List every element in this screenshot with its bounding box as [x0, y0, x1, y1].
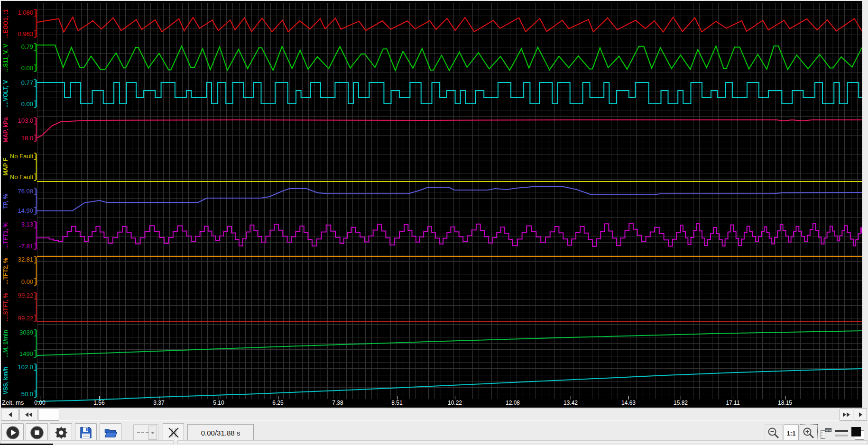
label-bracket-volt [34, 80, 36, 86]
label-bracket-vss [34, 364, 36, 371]
zoom-out-button[interactable] [765, 424, 783, 442]
x-tick-label: 5.10 [203, 400, 234, 406]
open-file-button[interactable] [100, 423, 121, 442]
background-color-button[interactable] [850, 424, 865, 442]
x-tick-label: 8.51 [382, 400, 412, 406]
x-tick-label: 3.37 [144, 400, 174, 406]
scrollbar-thumb[interactable] [38, 409, 59, 421]
settings-button[interactable] [50, 423, 72, 442]
label-bracket-stft [34, 315, 36, 322]
stop-icon [30, 426, 44, 440]
label-bracket-rpm [34, 329, 36, 336]
ch-map-name-text: MAP, kPa [2, 117, 9, 142]
trace-tp [37, 187, 862, 211]
label-bracket-tp [34, 188, 36, 195]
label-bracket-tp [34, 208, 36, 214]
zoom-ratio-button[interactable]: 1:1 [784, 424, 799, 442]
zoom-in-button[interactable] [800, 424, 818, 442]
scrollbar-track[interactable] [1, 409, 839, 421]
x-tick-label: 14.63 [613, 400, 644, 406]
x-tick-label: 10.22 [440, 400, 470, 406]
stop-button[interactable] [26, 423, 48, 442]
ch-vss-name-text: VSS, km/h [2, 367, 9, 395]
playback-time-display: 0.00/31.88 s [187, 424, 254, 441]
scroll-fast-left-button[interactable] [19, 409, 37, 421]
label-bracket-map [34, 118, 36, 124]
ch-tft1-name: ...TFT1, % [2, 222, 9, 249]
dropdown-arrow-icon[interactable] [148, 426, 157, 440]
label-bracket-rpm [34, 351, 36, 357]
label-bracket-mapf [34, 174, 36, 181]
label-bracket-ego1 [34, 9, 36, 16]
trace-volt [37, 82, 862, 104]
measure-button[interactable] [819, 424, 833, 442]
scroll-left-icon [9, 412, 12, 417]
ch-rpm-name-text: ...M, 1/min [2, 330, 9, 357]
chart-canvas [1, 1, 862, 408]
ch-ego1-name-text: ...EGO1, :1 [2, 9, 9, 38]
label-bracket-s11v [34, 65, 36, 72]
ch-volt-name: ....VOLT, V [2, 80, 9, 108]
x-tick-label: 17.11 [718, 400, 748, 406]
x-tick-label: 7.38 [323, 400, 353, 406]
x-tick-label: 13.42 [555, 400, 586, 406]
trace-s11v [37, 45, 862, 71]
label-bracket-tft2 [34, 279, 36, 285]
scroll-fast-left-icon [25, 412, 32, 417]
gear-icon [54, 426, 68, 440]
status-panel-right [177, 440, 868, 444]
ch-ego1-name: ...EGO1, :1 [2, 9, 9, 38]
x-tick-label: 12.08 [498, 400, 528, 406]
ch-mapf-name: MAP F [2, 158, 9, 175]
trace-tft1 [37, 223, 862, 246]
zoom-in-icon [802, 426, 816, 440]
zoom-out-icon [766, 426, 781, 440]
scroll-left-button[interactable] [1, 409, 19, 421]
ch-stft-name-text: ....STFT, % [2, 293, 9, 321]
signal-plot-area[interactable]: 1.0800.963...EGO1, :10.790.00...S11_V, V… [1, 1, 862, 408]
ch-tp-name-text: TP, % [2, 194, 9, 209]
ch-mapf-name-text: MAP F [2, 158, 9, 175]
ch-vss-name: VSS, km/h [2, 367, 9, 395]
label-bracket-volt [34, 101, 36, 108]
ch-s11v-name-text: ...S11_V, V [2, 44, 9, 72]
x-tick-label: 15.82 [665, 400, 696, 406]
x-tick-label: 1.56 [84, 400, 114, 406]
trace-ego1 [37, 17, 862, 32]
grid [37, 3, 862, 399]
ch-tft2-name: ...TFT2, % [2, 258, 9, 284]
play-button[interactable] [1, 423, 24, 442]
ch-stft-name: ....STFT, % [2, 293, 9, 321]
scroll-fast-right-button[interactable] [840, 409, 853, 421]
markers-toggle-button[interactable] [163, 423, 184, 442]
scroll-right-button[interactable] [854, 409, 867, 421]
app-window: 1.0800.963...EGO1, :10.790.00...S11_V, V… [0, 0, 868, 445]
ch-tft2-name-text: ...TFT2, % [2, 258, 9, 284]
background-color-icon [851, 427, 864, 440]
measure-ruler-icon [819, 427, 832, 440]
ch-tp-name: TP, % [2, 194, 9, 209]
ch-volt-name-text: ....VOLT, V [2, 80, 9, 108]
markers-off-icon [167, 426, 180, 439]
label-bracket-mapf [34, 153, 36, 160]
x-tick-label: 6.25 [263, 400, 293, 406]
trace-vss [37, 369, 862, 401]
x-tick-label: 0.00 [25, 400, 55, 406]
label-bracket-tft1 [34, 243, 36, 250]
label-bracket-s11v [34, 44, 36, 50]
x-tick-label: 18.15 [770, 400, 800, 406]
label-bracket-stft [34, 292, 36, 299]
label-bracket-tft2 [34, 256, 36, 263]
ch-map-name: MAP, kPa [2, 117, 9, 142]
line-width-button[interactable] [834, 424, 849, 442]
label-bracket-vss [34, 391, 36, 398]
line-width-icon [835, 430, 848, 436]
ch-tft1-name-text: ...TFT1, % [2, 222, 9, 249]
scroll-fast-right-icon [843, 412, 850, 417]
label-bracket-tft1 [34, 221, 36, 228]
open-folder-icon [104, 426, 117, 439]
save-button[interactable] [75, 423, 97, 442]
ch-rpm-name: ...M, 1/min [2, 330, 9, 357]
line-style-select[interactable] [133, 424, 158, 441]
scroll-right-icon [859, 412, 862, 417]
